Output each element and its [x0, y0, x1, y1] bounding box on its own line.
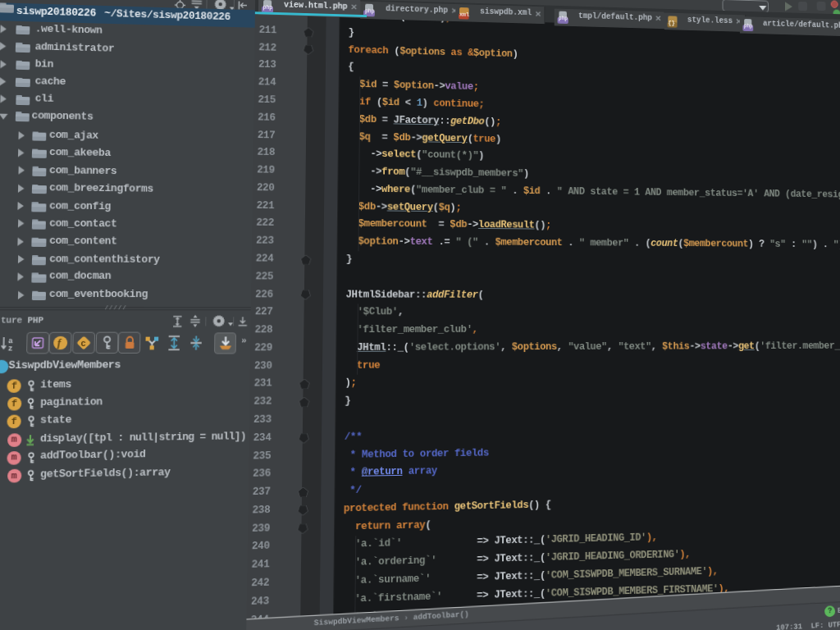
svg-text:z: z [8, 344, 13, 352]
svg-text:c: c [80, 339, 86, 349]
